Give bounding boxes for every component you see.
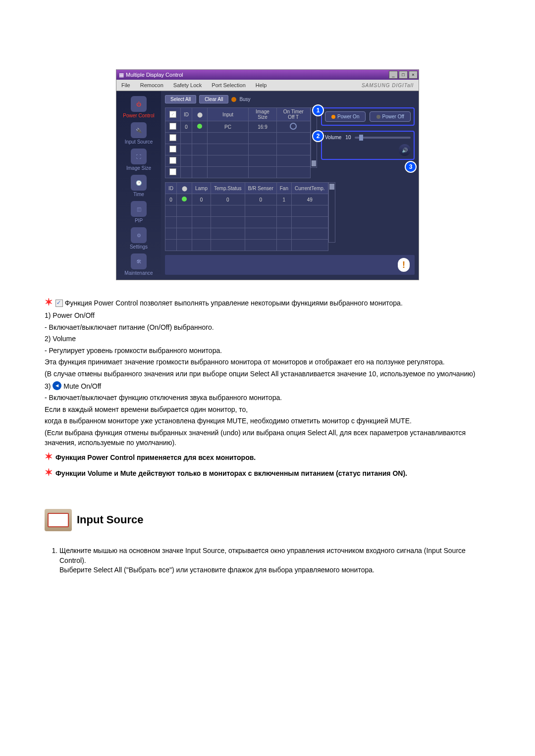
status-grid: ID ⬤ Lamp Temp.Status B/R Senser Fan Cur… xyxy=(165,182,328,251)
section-list: Щелкните мышью на основном значке Input … xyxy=(45,546,490,575)
col-timer: On Timer Off T xyxy=(276,108,310,121)
item3-l2: Если в каждый момент времени выбирается … xyxy=(45,405,490,415)
note2: Функции Volume и Mute действуют только в… xyxy=(55,469,407,477)
star-icon: ✶ xyxy=(45,295,54,309)
maintenance-icon: 🛠 xyxy=(131,253,147,269)
maximize-button[interactable]: □ xyxy=(399,71,408,79)
col-input: Input xyxy=(208,108,249,121)
col-status: ⬤ xyxy=(192,108,208,121)
status-bar: ! xyxy=(165,255,415,275)
sidebar-item-power-control[interactable]: ⏻Power Control xyxy=(116,96,161,118)
volume-thumb[interactable] xyxy=(359,135,363,141)
menu-port-selection[interactable]: Port Selection xyxy=(207,82,250,88)
power-icon: ⏻ xyxy=(131,96,147,112)
menu-remocon[interactable]: Remocon xyxy=(135,82,168,88)
header-checkbox[interactable]: ✓ xyxy=(169,111,176,118)
power-off-button[interactable]: Power Off xyxy=(370,111,411,122)
sidebar-item-pip[interactable]: ◫PIP xyxy=(116,201,161,223)
item3-l4: (Если выбрана функция отмены выбранных з… xyxy=(45,428,490,448)
timer-led-icon xyxy=(290,123,297,130)
col-id: ID xyxy=(181,108,192,121)
time-icon: 🕑 xyxy=(131,175,147,191)
sidebar-item-time[interactable]: 🕑Time xyxy=(116,175,161,197)
document-body: ✶ Функция Power Control позволяет выполн… xyxy=(45,295,490,575)
status-led-icon xyxy=(182,197,187,202)
pip-icon: ◫ xyxy=(131,201,147,217)
menu-help[interactable]: Help xyxy=(251,82,272,88)
app-icon: ▦ xyxy=(119,72,124,78)
list-item: Щелкните мышью на основном значке Input … xyxy=(59,546,490,575)
mute-icon[interactable]: 🔊 xyxy=(399,144,411,156)
item3-title: 3) Mute On/Off xyxy=(45,381,490,392)
sidebar-item-maintenance[interactable]: 🛠Maintenance xyxy=(116,253,161,276)
busy-icon xyxy=(231,97,236,102)
section-title: Input Source xyxy=(77,512,143,528)
brand-label: SAMSUNG DIGITall xyxy=(357,83,419,88)
item2-l2: Эта функция принимает значение громкости… xyxy=(45,357,490,367)
window-title: Multiple Display Control xyxy=(126,72,183,78)
minimize-button[interactable]: _ xyxy=(389,71,398,79)
grid-row[interactable]: 0 PC 16:9 xyxy=(165,121,311,133)
note1: Функция Power Control применяется для вс… xyxy=(55,454,256,461)
intro-text: Функция Power Control позволяет выполнят… xyxy=(65,299,403,307)
input-icon: 🔌 xyxy=(131,122,147,138)
section-header: Input Source xyxy=(45,509,490,531)
power-on-button[interactable]: Power On xyxy=(325,111,366,122)
titlebar: ▦ Multiple Display Control _ □ × xyxy=(116,70,419,80)
power-off-dot-icon xyxy=(376,115,380,119)
item3-l1: - Включает/выключает функцию отключения … xyxy=(45,393,490,403)
sidebar-item-image-size[interactable]: ⛶Image Size xyxy=(116,149,161,171)
alert-icon: ! xyxy=(398,258,410,272)
item2-l3: (В случае отмены выбранного значения или… xyxy=(45,369,490,379)
input-source-icon xyxy=(45,509,72,531)
star-icon: ✶ xyxy=(45,465,54,479)
menubar: File Remocon Safety Lock Port Selection … xyxy=(116,80,419,91)
power-panel: Power On Power Off xyxy=(321,107,415,126)
item1-title: 1) Power On/Off xyxy=(45,311,490,321)
callout-2: 2 xyxy=(312,130,324,142)
callout-1: 1 xyxy=(312,104,324,116)
clear-all-button[interactable]: Clear All xyxy=(199,95,228,103)
sidebar-item-input-source[interactable]: 🔌Input Source xyxy=(116,122,161,145)
sidebar: ⏻Power Control 🔌Input Source ⛶Image Size… xyxy=(116,91,161,280)
size-icon: ⛶ xyxy=(131,149,147,164)
item2-title: 2) Volume xyxy=(45,334,490,344)
status-row[interactable]: 0 0 0 0 1 49 xyxy=(165,194,328,205)
menu-safety-lock[interactable]: Safety Lock xyxy=(168,82,207,88)
power-on-dot-icon xyxy=(331,115,335,119)
close-button[interactable]: × xyxy=(409,71,418,79)
gear-icon: ⚙ xyxy=(131,227,147,243)
busy-label: Busy xyxy=(239,97,250,102)
menu-file[interactable]: File xyxy=(116,82,135,88)
item3-l3: когда в выбранном мониторе уже установле… xyxy=(45,416,490,426)
mute-icon-inline xyxy=(53,381,61,390)
monitor-grid: ✓ ID ⬤ Input Image Size On Timer Off T 0 xyxy=(165,107,311,178)
star-icon: ✶ xyxy=(45,450,54,463)
item2-l1: - Регулирует уровень громкости выбранног… xyxy=(45,346,490,356)
volume-panel: Volume 10 🔊 xyxy=(321,131,415,160)
grid2-scrollbar[interactable] xyxy=(328,182,335,243)
row-checkbox[interactable] xyxy=(169,123,176,130)
volume-slider[interactable] xyxy=(355,137,411,139)
item1-line: - Включает/выключает питание (On/Off) вы… xyxy=(45,323,490,333)
status-led-on-icon xyxy=(197,124,202,129)
checkbox-icon xyxy=(55,300,63,307)
main-panel: Select All Clear All Busy ✓ ID ⬤ Input xyxy=(161,91,419,280)
select-all-button[interactable]: Select All xyxy=(165,95,196,103)
volume-label: Volume xyxy=(325,135,341,140)
volume-value: 10 xyxy=(345,135,351,140)
sidebar-item-settings[interactable]: ⚙Settings xyxy=(116,227,161,250)
col-image-size: Image Size xyxy=(249,108,277,121)
mdc-window: ▦ Multiple Display Control _ □ × File Re… xyxy=(116,69,419,280)
callout-3: 3 xyxy=(405,161,417,173)
